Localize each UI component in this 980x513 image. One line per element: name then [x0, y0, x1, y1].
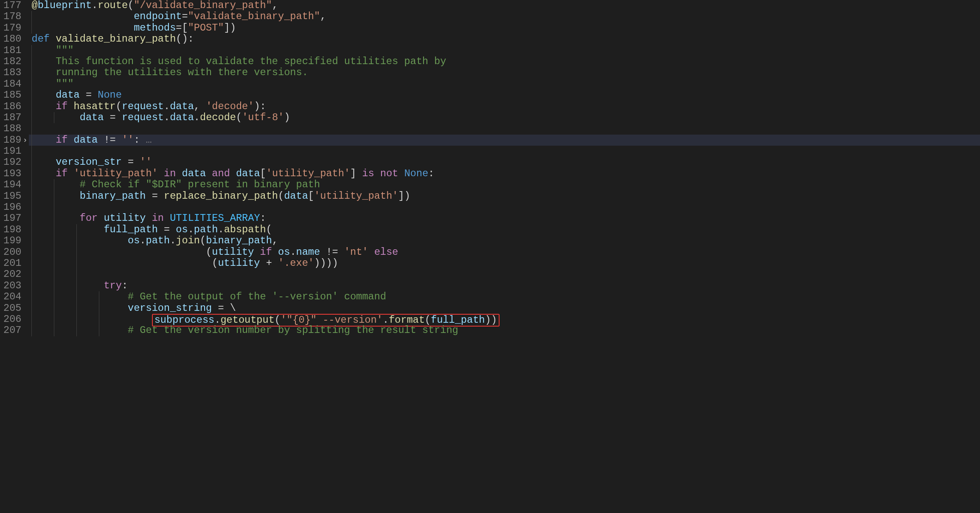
line-number-gutter: 177178179180181182183184185186187188189›…: [0, 0, 29, 513]
indent-guide: [54, 224, 54, 235]
code-line[interactable]: methods=["POST"]): [29, 23, 980, 34]
code-token: version_str: [56, 156, 122, 168]
code-line[interactable]: # Check if "$DIR" present in binary path: [29, 179, 980, 190]
code-token: ): [284, 112, 290, 123]
code-token: = \: [212, 302, 236, 314]
line-number: 195: [3, 191, 21, 202]
code-token: [: [308, 190, 314, 202]
code-token: if: [56, 101, 73, 112]
code-token: [31, 224, 104, 235]
code-line[interactable]: This function is used to validate the sp…: [29, 56, 980, 67]
code-token: 'nt': [344, 246, 368, 258]
code-token: [31, 134, 56, 146]
code-token: :: [428, 168, 434, 179]
code-line[interactable]: version_str = '': [29, 157, 980, 168]
code-token: [31, 45, 56, 56]
code-line[interactable]: binary_path = replace_binary_path(data['…: [29, 191, 980, 202]
indent-guide: [99, 303, 99, 314]
code-line[interactable]: os.path.join(binary_path,: [29, 235, 980, 246]
code-line[interactable]: [29, 202, 980, 213]
code-line[interactable]: if data != '': …: [29, 135, 980, 146]
code-token: validate_binary_path: [56, 33, 176, 45]
code-line[interactable]: full_path = os.path.abspath(: [29, 224, 980, 235]
indent-guide: [31, 101, 32, 112]
code-line[interactable]: [29, 123, 980, 134]
indent-guide: [54, 269, 54, 280]
code-token: version_string: [128, 302, 212, 314]
indent-guide: [31, 90, 32, 101]
indent-guide: [76, 314, 77, 325]
code-line[interactable]: [29, 146, 980, 157]
line-number: 207: [3, 325, 21, 336]
code-token: (: [278, 190, 284, 202]
code-token: [31, 246, 206, 258]
code-line[interactable]: version_string = \: [29, 303, 980, 314]
code-line[interactable]: try:: [29, 280, 980, 291]
code-token: ]): [224, 22, 236, 34]
code-line[interactable]: @blueprint.route("/validate_binary_path"…: [29, 0, 980, 11]
code-token: [31, 179, 79, 190]
code-line[interactable]: """: [29, 45, 980, 56]
indent-guide: [31, 168, 32, 179]
code-line[interactable]: (utility if os.name != 'nt' else: [29, 247, 980, 258]
indent-guide: [31, 280, 32, 291]
code-line[interactable]: for utility in UTILITIES_ARRAY:: [29, 213, 980, 224]
code-token: if: [56, 168, 73, 179]
indent-guide: [76, 303, 77, 314]
code-token: "validate_binary_path": [188, 11, 320, 22]
code-line[interactable]: running the utilities with there version…: [29, 67, 980, 78]
code-editor[interactable]: 177178179180181182183184185186187188189›…: [0, 0, 980, 513]
code-token: [31, 168, 56, 179]
code-line[interactable]: # Get the version number by splitting th…: [29, 325, 980, 336]
code-token: # Get the output of the '--version' comm…: [128, 291, 386, 302]
code-token: route: [98, 0, 128, 11]
line-number: 201: [3, 258, 21, 269]
code-token: data: [182, 168, 206, 179]
code-token: =: [80, 89, 98, 101]
code-token: data: [170, 101, 194, 112]
code-token: running the utilities with there version…: [56, 67, 308, 78]
code-token: "POST": [188, 22, 224, 34]
code-line[interactable]: subprocess.getoutput('"{0}" --version'.f…: [29, 314, 980, 325]
code-token: (: [266, 224, 272, 235]
code-token: utility: [212, 246, 254, 258]
code-token: (: [275, 314, 281, 326]
fold-chevron-icon[interactable]: ›: [23, 135, 28, 146]
indent-guide: [54, 112, 54, 123]
code-line[interactable]: def validate_binary_path():: [29, 34, 980, 45]
code-line[interactable]: endpoint="validate_binary_path",: [29, 11, 980, 22]
indent-guide: [99, 325, 99, 336]
code-token: path: [146, 235, 170, 246]
indent-guide: [31, 23, 32, 34]
code-token: None: [98, 89, 122, 101]
code-token: .: [188, 224, 194, 235]
code-token: ():: [176, 33, 194, 45]
code-token: and: [212, 168, 236, 179]
code-token: # Check if "$DIR" present in binary path: [80, 179, 320, 190]
code-token: 'utility_path': [266, 168, 350, 179]
code-token: .: [164, 112, 170, 123]
code-line[interactable]: """: [29, 79, 980, 90]
code-area[interactable]: @blueprint.route("/validate_binary_path"…: [29, 0, 980, 513]
code-line[interactable]: if hasattr(request.data, 'decode'):: [29, 101, 980, 112]
indent-guide: [31, 56, 32, 67]
line-number: 205: [3, 303, 21, 314]
code-token: (: [206, 246, 212, 258]
code-line[interactable]: if 'utility_path' in data and data['util…: [29, 168, 980, 179]
code-line[interactable]: [29, 269, 980, 280]
code-token: binary_path: [80, 190, 146, 202]
code-token: 'utility_path': [74, 168, 158, 179]
code-token: full_path: [104, 224, 157, 235]
indent-guide: [31, 202, 32, 213]
code-token: [368, 246, 374, 258]
code-token: (: [425, 314, 431, 326]
code-line[interactable]: (utility + '.exe')))): [29, 258, 980, 269]
code-token: is not: [362, 168, 404, 179]
code-token: getoutput: [220, 314, 274, 326]
code-token: ]: [350, 168, 362, 179]
code-line[interactable]: # Get the output of the '--version' comm…: [29, 291, 980, 302]
code-token: """: [56, 78, 73, 90]
code-line[interactable]: data = None: [29, 90, 980, 101]
code-line[interactable]: data = request.data.decode('utf-8'): [29, 112, 980, 123]
code-token: .: [383, 314, 389, 326]
